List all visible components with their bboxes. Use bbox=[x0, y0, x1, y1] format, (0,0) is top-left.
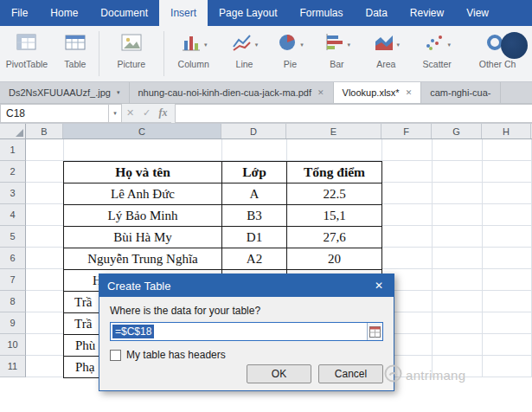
sheet-table-cell[interactable]: Nguyễn Trung Nghĩa bbox=[64, 248, 222, 270]
menu-tab-view[interactable]: View bbox=[455, 0, 500, 26]
chevron-down-icon[interactable]: ▾ bbox=[117, 89, 120, 96]
pivottable-icon bbox=[16, 32, 38, 56]
formula-bar: C18 ▾ ✕ ✓ fx bbox=[0, 104, 532, 124]
column-header-f[interactable]: F bbox=[381, 124, 432, 138]
ribbon-button-area-chart[interactable]: ▾ Area bbox=[361, 26, 411, 81]
ribbon-label: Table bbox=[64, 59, 86, 69]
menu-tab-data[interactable]: Data bbox=[354, 0, 398, 26]
create-table-dialog: Create Table ✕ Where is the data for you… bbox=[99, 274, 394, 391]
menu-tab-page-layout[interactable]: Page Layout bbox=[208, 0, 288, 26]
chevron-down-icon: ▾ bbox=[348, 42, 351, 48]
row-header-9[interactable]: 9 bbox=[0, 312, 26, 334]
headers-checkbox[interactable]: My table has headers bbox=[110, 349, 383, 361]
select-all-corner[interactable] bbox=[0, 124, 26, 139]
row-header-6[interactable]: 6 bbox=[0, 248, 26, 269]
close-icon[interactable]: ✕ bbox=[317, 88, 324, 97]
sheet-table-cell[interactable]: Lê Anh Đức bbox=[64, 183, 222, 205]
column-header-g[interactable]: G bbox=[432, 124, 482, 138]
ribbon-label: Other Ch bbox=[479, 59, 516, 69]
formula-input[interactable] bbox=[175, 104, 532, 123]
sheet-table-cell[interactable]: B3 bbox=[222, 205, 287, 227]
sheet-table-cell[interactable]: 15,1 bbox=[287, 205, 382, 227]
table-icon bbox=[64, 32, 87, 56]
insert-function-icon[interactable]: fx bbox=[155, 106, 171, 119]
ribbon-button-pivottable[interactable]: PivotTable bbox=[0, 26, 54, 81]
ribbon-button-bar-chart[interactable]: ▾ Bar bbox=[312, 26, 361, 81]
table-row: Lý Bảo Minh B3 15,1 bbox=[64, 205, 382, 227]
row-header-11[interactable]: 11 bbox=[0, 356, 26, 377]
sheet-table-cell[interactable]: Họ và tên bbox=[64, 162, 222, 183]
sheet-table-cell[interactable]: Tổng điểm bbox=[287, 162, 382, 183]
column-header-b[interactable]: B bbox=[26, 124, 63, 138]
name-box-dropdown[interactable]: ▾ bbox=[109, 104, 122, 123]
ribbon-button-scatter-chart[interactable]: ▾ Scatter bbox=[411, 26, 463, 81]
row-header-8[interactable]: 8 bbox=[0, 291, 26, 312]
sheet-table-cell[interactable]: 27,6 bbox=[287, 227, 382, 248]
area-chart-icon bbox=[373, 32, 394, 56]
sheet-table-cell[interactable]: D1 bbox=[222, 227, 287, 248]
checkbox-box[interactable] bbox=[110, 350, 121, 361]
menu-tab-file[interactable]: File bbox=[0, 0, 39, 26]
column-header-d[interactable]: D bbox=[221, 124, 286, 138]
menu-tab-insert[interactable]: Insert bbox=[159, 0, 208, 26]
column-header-c[interactable]: C bbox=[63, 124, 221, 138]
cancel-formula-icon[interactable]: ✕ bbox=[122, 107, 138, 119]
sheet-table-cell[interactable]: 22.5 bbox=[287, 183, 382, 205]
table-row: Lê Anh Đức A 22.5 bbox=[64, 183, 382, 205]
menu-tab-document[interactable]: Document bbox=[89, 0, 159, 26]
menu-tab-home[interactable]: Home bbox=[39, 0, 89, 26]
chevron-down-icon: ▾ bbox=[447, 42, 451, 48]
line-chart-icon bbox=[231, 32, 253, 56]
sheet-table-cell[interactable]: 20 bbox=[287, 248, 382, 270]
enter-formula-icon[interactable]: ✓ bbox=[138, 107, 155, 119]
doc-tab-pdf[interactable]: nhung-cau-noi-kinh-dien-cua-jack-ma.pdf … bbox=[130, 82, 334, 103]
doc-tab-label: nhung-cau-noi-kinh-dien-cua-jack-ma.pdf bbox=[138, 87, 312, 98]
menu-tab-review[interactable]: Review bbox=[399, 0, 455, 26]
sheet-table-cell[interactable]: Lý Bảo Minh bbox=[64, 205, 222, 227]
pie-chart-icon bbox=[277, 32, 298, 56]
ribbon: PivotTable Table Picture ▾ Column ▾ Line… bbox=[0, 26, 532, 82]
row-header-5[interactable]: 5 bbox=[0, 226, 26, 248]
checkbox-label: My table has headers bbox=[126, 349, 226, 361]
ribbon-label: PivotTable bbox=[6, 59, 48, 69]
watermark-logo-icon bbox=[384, 364, 402, 386]
ok-button[interactable]: OK bbox=[247, 364, 311, 383]
dialog-titlebar[interactable]: Create Table ✕ bbox=[99, 274, 394, 297]
sheet-table-cell[interactable]: Bùi Hà My bbox=[64, 227, 222, 248]
table-row: Bùi Hà My D1 27,6 bbox=[64, 227, 382, 248]
menu-tab-formulas[interactable]: Formulas bbox=[288, 0, 354, 26]
ribbon-button-pie-chart[interactable]: ▾ Pie bbox=[268, 26, 313, 81]
row-header-1[interactable]: 1 bbox=[0, 139, 26, 161]
doc-tab-cam-nghi[interactable]: cam-nghi-cua- bbox=[421, 82, 500, 103]
sheet-table-cell[interactable]: A bbox=[222, 183, 287, 205]
row-header-10[interactable]: 10 bbox=[0, 334, 26, 356]
range-picker-icon[interactable] bbox=[367, 323, 382, 340]
ribbon-button-picture[interactable]: Picture bbox=[101, 26, 162, 81]
doc-tab-vlookup[interactable]: Vlookup.xlsx* ✕ bbox=[334, 82, 422, 103]
row-header-2[interactable]: 2 bbox=[0, 161, 26, 183]
chevron-down-icon: ▾ bbox=[204, 42, 208, 48]
close-icon[interactable]: ✕ bbox=[406, 88, 413, 97]
ribbon-label: Column bbox=[178, 59, 209, 69]
watermark-logo-top bbox=[501, 32, 528, 59]
row-header-3[interactable]: 3 bbox=[0, 183, 26, 204]
row-header-4[interactable]: 4 bbox=[0, 204, 26, 226]
ribbon-button-line-chart[interactable]: ▾ Line bbox=[221, 26, 268, 81]
chevron-down-icon: ▾ bbox=[397, 42, 401, 48]
table-range-input[interactable]: =$C$18 bbox=[110, 322, 383, 341]
cancel-button[interactable]: Cancel bbox=[318, 364, 383, 383]
scatter-chart-icon bbox=[423, 32, 445, 56]
sheet-table-cell[interactable]: A2 bbox=[222, 248, 287, 270]
ribbon-button-table[interactable]: Table bbox=[54, 26, 97, 81]
row-headers: 1 2 3 4 5 6 7 8 9 10 11 bbox=[0, 139, 26, 377]
sheet-table-cell[interactable]: Lớp bbox=[222, 162, 287, 183]
ribbon-button-column-chart[interactable]: ▾ Column bbox=[166, 26, 221, 81]
app-window: File Home Document Insert Page Layout Fo… bbox=[0, 0, 532, 412]
close-icon[interactable]: ✕ bbox=[372, 280, 386, 292]
row-header-7[interactable]: 7 bbox=[0, 269, 26, 291]
column-header-e[interactable]: E bbox=[286, 124, 381, 138]
ribbon-label: Bar bbox=[330, 59, 343, 69]
column-header-h[interactable]: H bbox=[482, 124, 531, 138]
name-box[interactable]: C18 bbox=[0, 104, 109, 123]
doc-tab-image[interactable]: Ds2NsXFUUAAUzf_.jpg ▾ bbox=[0, 82, 130, 103]
